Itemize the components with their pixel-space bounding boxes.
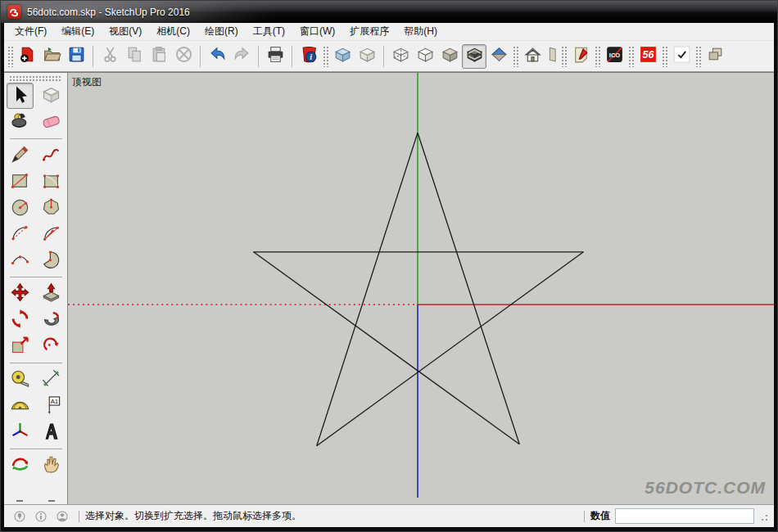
back-edges-style-button[interactable] (355, 44, 379, 69)
arc-tool[interactable] (7, 221, 34, 247)
window-border (1, 527, 777, 531)
arc2-icon (40, 222, 62, 247)
text-icon: A1 (40, 394, 62, 419)
text-tool[interactable]: A1 (38, 393, 65, 419)
menu-item-edit[interactable]: 编辑(E) (54, 23, 102, 40)
wireframe-style-button[interactable] (388, 44, 413, 69)
info-icon[interactable] (34, 510, 47, 523)
measurements-input[interactable] (615, 508, 754, 524)
user-icon[interactable] (56, 510, 69, 523)
print-button[interactable] (263, 44, 287, 69)
toolbar-drag-handle[interactable] (628, 46, 634, 67)
arc-icon (9, 222, 31, 247)
statusbar: 选择对象。切换到扩充选择。拖动鼠标选择多项。 数值 (4, 504, 774, 527)
offset-tool[interactable] (38, 333, 65, 359)
follow-me-tool[interactable] (38, 307, 65, 333)
three-point-arc-tool[interactable] (7, 247, 34, 273)
menu-item-draw[interactable]: 绘图(R) (197, 23, 246, 40)
push-pull-tool[interactable] (38, 281, 65, 307)
rotate-tool[interactable] (7, 307, 34, 333)
3d-text-tool[interactable] (38, 419, 65, 445)
toolbar-drag-handle[interactable] (513, 46, 518, 67)
pan-icon (40, 453, 62, 479)
palette-separator (10, 363, 62, 363)
toolbar-drag-handle[interactable] (7, 46, 13, 67)
undo-button[interactable] (205, 44, 229, 69)
menu-item-camera[interactable]: 相机(C) (149, 23, 197, 40)
home-button[interactable] (520, 44, 545, 69)
toolbar-separator (93, 46, 93, 67)
cancel-button (171, 44, 196, 69)
menu-item-help[interactable]: 帮助(H) (396, 23, 445, 40)
line-icon (9, 143, 31, 169)
toolbar-drag-handle[interactable] (662, 46, 667, 67)
orbit-tool[interactable] (7, 453, 34, 479)
save-icon (66, 44, 87, 68)
hidden-line-style-button[interactable] (413, 44, 437, 69)
56-plugin-button[interactable]: 56 (636, 44, 660, 69)
ico-plugin-button[interactable]: ICO (602, 44, 626, 69)
new-file-button[interactable] (15, 44, 39, 69)
palette-separator (10, 138, 62, 139)
toolbar-drag-handle[interactable] (561, 46, 567, 67)
eraser-tool[interactable] (38, 109, 65, 135)
orbit-icon (9, 453, 31, 479)
menu-item-extensions[interactable]: 扩展程序 (342, 23, 396, 40)
move-tool[interactable] (7, 281, 34, 307)
drawing-canvas[interactable]: 顶视图 56DOTC.COM (68, 73, 774, 504)
monochrome-icon (489, 44, 509, 68)
toolbar-drag-handle[interactable] (695, 46, 701, 67)
followme-icon (40, 308, 62, 333)
check-plugin-button[interactable] (669, 44, 694, 69)
make-component-tool[interactable] (38, 83, 65, 109)
pie-tool[interactable] (38, 247, 65, 273)
geolocation-icon[interactable] (13, 510, 26, 523)
xray-style-button[interactable] (330, 44, 355, 69)
open-file-button[interactable] (39, 44, 64, 69)
protractor-tool[interactable] (7, 393, 34, 419)
menu-item-tools[interactable]: 工具(T) (246, 23, 292, 40)
model-info-button[interactable]: i (296, 44, 321, 69)
layers-button[interactable] (703, 44, 727, 69)
cancel-icon (174, 44, 194, 68)
tape-measure-tool[interactable] (7, 367, 34, 393)
pan-tool[interactable] (38, 453, 65, 479)
freehand-tool[interactable] (38, 142, 65, 169)
toolbar-drag-handle[interactable] (323, 46, 328, 67)
rotate-icon (9, 308, 31, 333)
style-edit-button[interactable] (568, 44, 593, 69)
panel-button[interactable] (545, 44, 559, 69)
palette-resize-handle[interactable] (4, 498, 67, 504)
text3d-icon (40, 420, 62, 445)
svg-text:A1: A1 (51, 398, 59, 405)
menu-item-file[interactable]: 文件(F) (7, 23, 54, 40)
shaded-style-button[interactable] (437, 44, 462, 69)
circle-tool[interactable] (7, 195, 34, 221)
axes-tool[interactable] (7, 419, 34, 445)
check-white-icon (672, 44, 692, 68)
rectangle-tool[interactable] (7, 169, 34, 195)
toolbar-drag-handle[interactable] (595, 46, 600, 67)
select-icon (9, 83, 31, 109)
undo-icon (207, 44, 228, 68)
palette-drag-handle[interactable] (9, 75, 62, 81)
polygon-tool[interactable] (38, 195, 65, 221)
rotated-rectangle-tool[interactable] (38, 169, 65, 195)
two-point-arc-tool[interactable] (38, 221, 65, 247)
shaded-textures-style-button[interactable] (462, 44, 486, 69)
new-file-icon (17, 44, 38, 68)
xray-icon (332, 44, 353, 68)
shaded-textures-icon (464, 44, 485, 68)
arc3-icon (9, 248, 31, 273)
select-tool[interactable] (7, 83, 34, 109)
save-button[interactable] (64, 44, 88, 69)
window-resize-grip[interactable] (758, 511, 769, 522)
paint-bucket-tool[interactable] (7, 109, 34, 135)
monochrome-style-button[interactable] (486, 44, 511, 69)
line-tool[interactable] (7, 142, 34, 169)
menu-item-window[interactable]: 窗口(W) (292, 23, 342, 40)
menu-item-view[interactable]: 视图(V) (102, 23, 149, 40)
scale-tool[interactable] (7, 333, 34, 359)
dimension-tool[interactable] (38, 367, 65, 393)
sketchup-window: 56dotc.com.skp - SketchUp Pro 2016 文件(F)… (0, 0, 778, 532)
